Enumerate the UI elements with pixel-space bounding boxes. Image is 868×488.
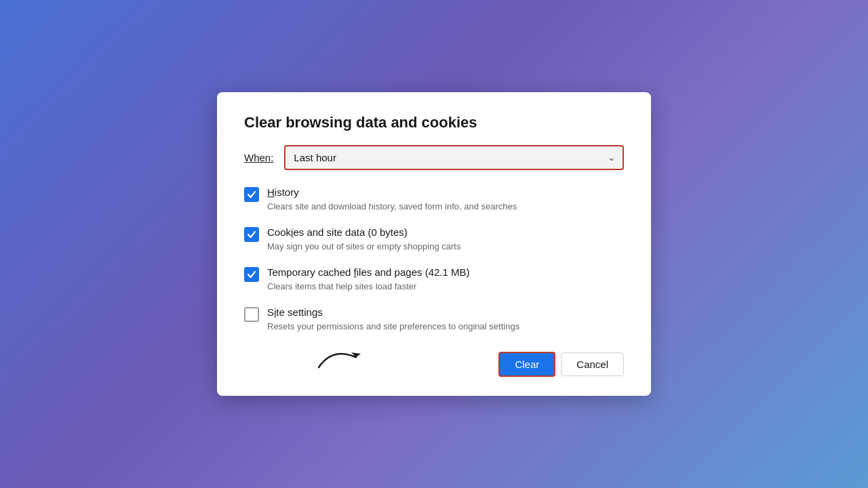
cookies-description: May sign you out of sites or empty shopp… bbox=[267, 241, 624, 253]
history-label[interactable]: History bbox=[267, 186, 624, 198]
site-settings-checkbox[interactable] bbox=[244, 307, 259, 322]
clear-browsing-dialog: Clear browsing data and cookies When: La… bbox=[217, 92, 651, 396]
cache-label[interactable]: Temporary cached files and pages (42.1 M… bbox=[267, 266, 624, 278]
when-select[interactable]: Last hour Last 24 hours Last week Last 4… bbox=[285, 146, 623, 169]
clear-button[interactable]: Clear bbox=[498, 352, 555, 377]
cookies-checkbox[interactable] bbox=[244, 227, 259, 242]
cache-description: Clears items that help sites load faster bbox=[267, 281, 624, 293]
option-cache: Temporary cached files and pages (42.1 M… bbox=[244, 266, 624, 293]
option-cookies: Cookies and site data (0 bytes) May sign… bbox=[244, 226, 624, 253]
site-settings-label[interactable]: Site settings bbox=[267, 306, 624, 318]
arrow-indicator bbox=[312, 340, 366, 374]
cache-checkbox[interactable] bbox=[244, 267, 259, 282]
dialog-title: Clear browsing data and cookies bbox=[244, 114, 624, 131]
when-select-wrapper[interactable]: Last hour Last 24 hours Last week Last 4… bbox=[284, 145, 624, 170]
when-label: When: bbox=[244, 152, 273, 163]
history-description: Clears site and download history, saved … bbox=[267, 201, 624, 213]
site-settings-description: Resets your permissions and site prefere… bbox=[267, 321, 624, 333]
cookies-label[interactable]: Cookies and site data (0 bytes) bbox=[267, 226, 624, 238]
option-site-settings: Site settings Resets your permissions an… bbox=[244, 306, 624, 333]
when-row: When: Last hour Last 24 hours Last week … bbox=[244, 145, 624, 170]
cancel-button[interactable]: Cancel bbox=[561, 352, 624, 376]
button-row: Clear Cancel bbox=[244, 352, 624, 377]
history-checkbox[interactable] bbox=[244, 187, 259, 202]
option-history: History Clears site and download history… bbox=[244, 186, 624, 213]
